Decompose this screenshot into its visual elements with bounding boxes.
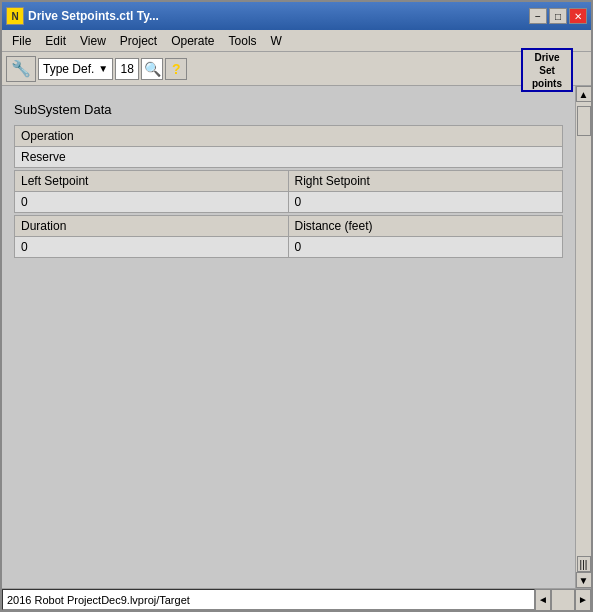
- left-setpoint-label: Left Setpoint: [15, 171, 288, 191]
- right-setpoint-label: Right Setpoint: [289, 171, 563, 191]
- menu-view[interactable]: View: [74, 32, 112, 50]
- operation-group: Operation Reserve: [14, 125, 563, 168]
- scroll-thumb[interactable]: [577, 106, 591, 136]
- scroll-track: [576, 102, 592, 556]
- operation-label: Operation: [15, 126, 562, 146]
- status-bar: 2016 Robot ProjectDec9.lvproj/Target ◄ ►: [2, 588, 591, 610]
- subsystem-label: SubSystem Data: [14, 102, 563, 117]
- distance-group: Distance (feet) 0: [289, 215, 564, 258]
- content-area: SubSystem Data Operation Reserve Left Se…: [2, 86, 591, 588]
- question-mark-icon: ?: [172, 61, 181, 77]
- wrench-button[interactable]: 🔧: [6, 56, 36, 82]
- chevron-down-icon: ▼: [98, 63, 108, 74]
- toolbar: 🔧 Type Def. ▼ 18 🔍 ? Drive Set points: [2, 52, 591, 86]
- duration-value: 0: [15, 236, 288, 257]
- menu-operate[interactable]: Operate: [165, 32, 220, 50]
- main-window: N Drive Setpoints.ctl Ty... − □ ✕ File E…: [0, 0, 593, 612]
- operation-value: Reserve: [15, 146, 562, 167]
- scroll-h-thumb[interactable]: [551, 589, 575, 611]
- scroll-left-button[interactable]: ◄: [535, 589, 551, 611]
- scroll-down-button[interactable]: ▼: [576, 572, 592, 588]
- vertical-scrollbar[interactable]: ▲ ||| ▼: [575, 86, 591, 588]
- distance-value: 0: [289, 236, 563, 257]
- menu-file[interactable]: File: [6, 32, 37, 50]
- left-setpoint-group: Left Setpoint 0: [14, 170, 289, 213]
- title-bar: N Drive Setpoints.ctl Ty... − □ ✕: [2, 2, 591, 30]
- right-setpoint-value: 0: [289, 191, 563, 212]
- type-dropdown[interactable]: Type Def. ▼: [38, 58, 113, 80]
- close-button[interactable]: ✕: [569, 8, 587, 24]
- chevron-right-icon: ►: [578, 594, 588, 605]
- zoom-number: 18: [115, 58, 139, 80]
- type-dropdown-label: Type Def.: [43, 62, 94, 76]
- drive-setpoints-button[interactable]: Drive Set points: [521, 48, 573, 92]
- main-content: SubSystem Data Operation Reserve Left Se…: [2, 86, 575, 588]
- distance-label: Distance (feet): [289, 216, 563, 236]
- left-setpoint-value: 0: [15, 191, 288, 212]
- setpoints-row: Left Setpoint 0 Right Setpoint 0: [14, 170, 563, 213]
- right-setpoint-group: Right Setpoint 0: [289, 170, 564, 213]
- wrench-icon: 🔧: [11, 59, 31, 78]
- duration-group: Duration 0: [14, 215, 289, 258]
- duration-label: Duration: [15, 216, 288, 236]
- maximize-button[interactable]: □: [549, 8, 567, 24]
- help-button[interactable]: ?: [165, 58, 187, 80]
- menu-edit[interactable]: Edit: [39, 32, 72, 50]
- scroll-right-button[interactable]: ►: [575, 589, 591, 611]
- window-title: Drive Setpoints.ctl Ty...: [28, 9, 527, 23]
- scroll-grip: |||: [577, 556, 591, 572]
- menu-tools[interactable]: Tools: [223, 32, 263, 50]
- status-text: 2016 Robot ProjectDec9.lvproj/Target: [2, 589, 535, 610]
- horizontal-scrollbar[interactable]: ◄ ►: [535, 589, 591, 610]
- search-button[interactable]: 🔍: [141, 58, 163, 80]
- menu-bar: File Edit View Project Operate Tools W: [2, 30, 591, 52]
- scroll-up-button[interactable]: ▲: [576, 86, 592, 102]
- menu-w[interactable]: W: [265, 32, 288, 50]
- duration-distance-row: Duration 0 Distance (feet) 0: [14, 215, 563, 258]
- app-icon: N: [6, 7, 24, 25]
- search-icon: 🔍: [144, 61, 161, 77]
- chevron-left-icon: ◄: [538, 594, 548, 605]
- minimize-button[interactable]: −: [529, 8, 547, 24]
- chevron-up-icon: ▲: [579, 89, 589, 100]
- menu-project[interactable]: Project: [114, 32, 163, 50]
- chevron-down-icon: ▼: [579, 575, 589, 586]
